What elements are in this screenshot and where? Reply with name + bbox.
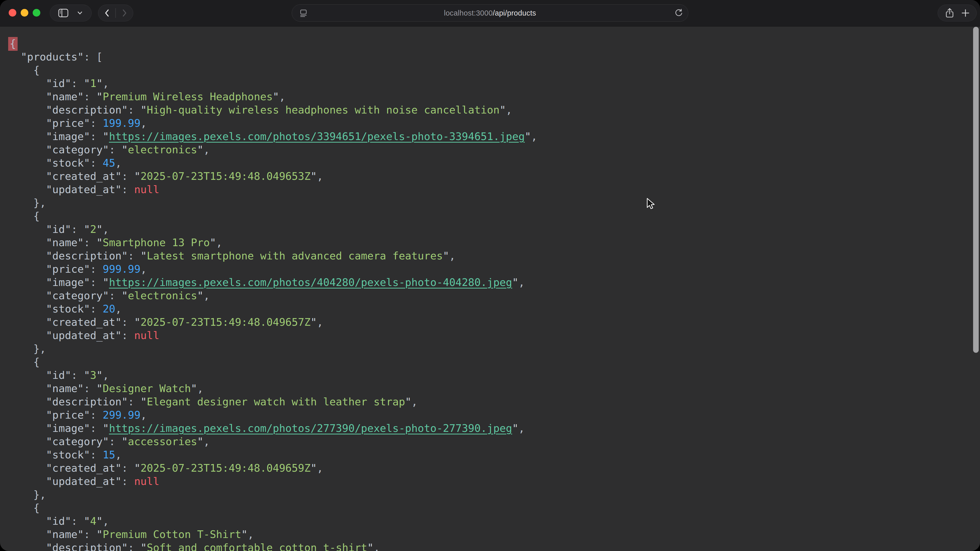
json-token: , [317,170,323,183]
json-token: , [317,316,323,328]
json-token: }, [33,197,46,209]
json-token: : [84,528,96,540]
json-token: "id" [46,223,71,235]
json-token: , [115,303,122,315]
sidebar-toggle-button[interactable] [58,5,68,21]
json-token: " [241,528,248,540]
json-token: " [134,170,141,183]
json-line: "name": "Premium Cotton T-Shirt", [8,528,980,541]
json-token: "price" [46,263,90,275]
forward-button[interactable] [121,5,128,21]
address-bar[interactable]: localhost:3000/api/products [292,4,688,22]
json-token: " [191,383,197,395]
json-line: "id": "1", [8,77,980,90]
image-url-link[interactable]: https://images.pexels.com/photos/3394651… [109,130,525,143]
json-token: { [33,210,40,222]
json-token: " [103,276,109,289]
json-token: , [518,276,525,289]
json-token: 2025-07-23T15:49:48.049653Z [140,170,310,183]
json-token: "created_at" [46,316,121,328]
json-token: , [140,263,147,275]
json-viewer[interactable]: {"products": [{"id": "1","name": "Premiu… [0,27,980,551]
scrollbar-thumb[interactable] [973,27,979,353]
json-token: " [500,104,506,116]
json-token: " [97,91,103,103]
url-host: localhost:3000 [444,9,493,17]
json-token: "updated_at" [46,475,121,487]
json-token: " [97,369,103,381]
json-line: "updated_at": null [8,475,980,488]
json-line: { [8,64,980,77]
json-token: : [121,183,134,196]
json-line: "created_at": "2025-07-23T15:49:48.04965… [8,170,980,183]
json-line: "description": "Soft and comfortable cot… [8,541,980,551]
json-line: "created_at": "2025-07-23T15:49:48.04965… [8,462,980,475]
json-line: "name": "Smartphone 13 Pro", [8,236,980,249]
json-token: { [33,502,40,514]
json-line: { [8,37,980,50]
json-line: "image": "https://images.pexels.com/phot… [8,276,980,289]
tab-group-chevron-button[interactable] [76,5,83,21]
share-button[interactable] [945,5,955,21]
json-token: , [204,435,210,448]
reload-button[interactable] [674,8,683,18]
back-button[interactable] [103,5,110,21]
json-token: " [140,541,147,551]
json-token: : [84,91,96,103]
json-token: 1 [90,77,97,89]
json-token: " [273,91,279,103]
zoom-button[interactable] [33,9,40,17]
json-token: : [121,329,134,341]
plus-icon [961,9,970,17]
navigation-group [98,5,133,21]
json-token: Premium Cotton T-Shirt [103,528,241,540]
json-token: " [121,289,128,302]
json-token: : [109,435,121,448]
json-token: "updated_at" [46,329,121,341]
json-token: : [128,104,140,116]
image-url-link[interactable]: https://images.pexels.com/photos/277390/… [109,422,512,434]
json-token: null [134,183,159,196]
json-token: : [90,117,103,129]
close-button[interactable] [9,9,16,17]
json-token: " [121,435,128,448]
json-token: , [248,528,254,540]
json-line: "price": 999.99, [8,262,980,276]
json-token: : [71,369,84,381]
json-token: , [317,462,323,474]
json-token: "updated_at" [46,183,121,196]
json-token: , [204,289,210,302]
json-token: 2025-07-23T15:49:48.049657Z [140,316,310,328]
reload-icon [674,8,683,18]
json-token: electronics [128,144,197,156]
json-token: , [374,541,380,551]
json-token: [ [97,51,103,63]
json-token: : [90,422,103,434]
json-line: "category": "electronics", [8,143,980,156]
json-token: "category" [46,289,109,302]
json-token: "category" [46,435,109,448]
json-line: "price": 199.99, [8,117,980,130]
json-token: " [512,276,519,289]
json-token: , [115,157,122,169]
json-token: " [140,395,147,408]
image-url-link[interactable]: https://images.pexels.com/photos/404280/… [109,276,512,289]
json-token: }, [33,343,46,355]
json-token: 15 [103,449,115,461]
page-format-icon[interactable] [299,8,308,18]
json-token: "stock" [46,157,90,169]
json-token: "price" [46,409,90,421]
json-token: , [449,250,455,262]
json-line: "updated_at": null [8,329,980,342]
json-token: 299.99 [103,409,140,421]
json-line: "updated_at": null [8,183,980,196]
json-token: , [204,144,210,156]
json-line: "image": "https://images.pexels.com/phot… [8,422,980,435]
minimize-button[interactable] [21,9,28,17]
json-token: " [210,237,216,249]
json-token: : [90,276,103,289]
json-token: " [197,144,204,156]
new-tab-button[interactable] [961,5,970,21]
json-line: "stock": 15, [8,448,980,462]
json-token: , [140,117,147,129]
